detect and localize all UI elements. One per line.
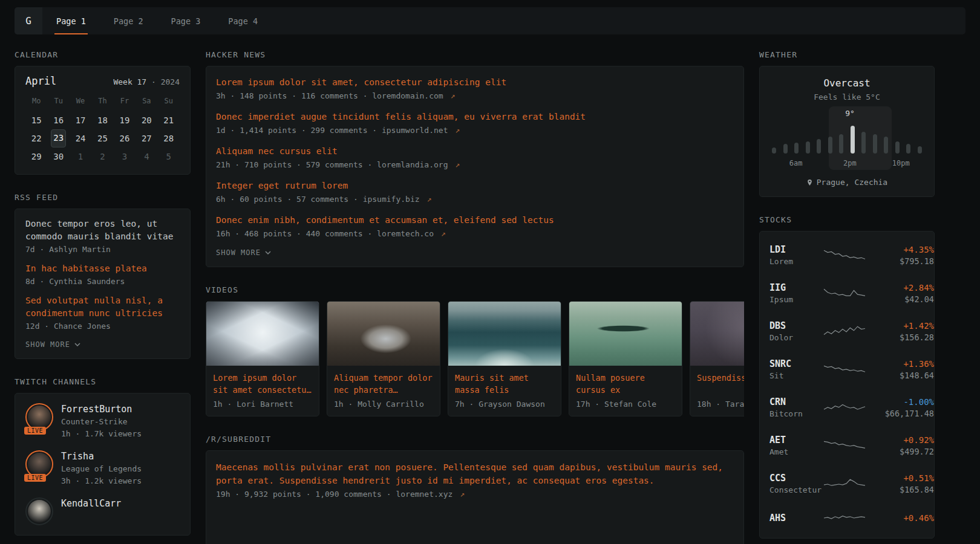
video-card[interactable]: Nullam posuere cursus ex 17h · Stefan Co… bbox=[569, 301, 682, 416]
stock-name: Amet bbox=[769, 446, 823, 458]
stock-price: $148.64 bbox=[866, 370, 934, 381]
video-title[interactable]: Nullam posuere cursus ex bbox=[576, 372, 675, 396]
page-tab[interactable]: Page 1 bbox=[42, 7, 100, 34]
stock-row[interactable]: DBS Dolor +1.42% $156.28 bbox=[769, 312, 924, 351]
calendar-year: 2024 bbox=[161, 77, 180, 86]
stock-row[interactable]: CRN Bitcorn -1.00% $66,171.48 bbox=[769, 389, 924, 427]
stock-change-percent: +4.35% bbox=[866, 244, 934, 256]
calendar-weekday-label: Tu bbox=[47, 93, 69, 111]
twitch-channel-row[interactable]: LIVE KendallCarr bbox=[25, 497, 180, 525]
page-tab[interactable]: Page 2 bbox=[100, 7, 157, 34]
hacker-news-item-title[interactable]: Lorem ipsum dolor sit amet, consectetur … bbox=[216, 76, 734, 89]
stocks-widget: LDI Lorem +4.35% $795.18 bbox=[759, 231, 935, 539]
rss-item-title[interactable]: Sed volutpat nulla nisl, a condimentum n… bbox=[25, 294, 180, 320]
stock-row[interactable]: IIG Ipsum +2.84% $42.04 bbox=[769, 274, 924, 312]
hacker-news-item: Donec enim nibh, condimentum et accumsan… bbox=[216, 214, 734, 238]
calendar-weekday-label: Fr bbox=[114, 93, 136, 111]
external-link-icon[interactable]: ↗ bbox=[460, 490, 465, 499]
hacker-news-show-more-button[interactable]: SHOW MORE bbox=[216, 248, 734, 257]
avatar-live-ring bbox=[25, 497, 53, 525]
page-tab[interactable]: Page 3 bbox=[157, 7, 215, 34]
weather-hour-bar bbox=[772, 147, 776, 154]
video-card[interactable]: Aliquam tempor dolor nec pharetra… 1h · … bbox=[327, 301, 440, 416]
calendar-day-cell: 24 bbox=[70, 129, 91, 147]
external-link-icon[interactable]: ↗ bbox=[426, 195, 431, 204]
video-title[interactable]: Mauris sit amet massa felis bbox=[455, 372, 554, 396]
weather-location: Prague, Czechia bbox=[771, 178, 923, 187]
external-link-icon[interactable]: ↗ bbox=[455, 160, 460, 169]
rss-section: RSS FEED Donec tempor eros leo, ut commo… bbox=[15, 193, 191, 359]
stock-id: DBS Dolor bbox=[769, 320, 823, 343]
twitch-channel-name: KendallCarr bbox=[61, 497, 121, 510]
weather-hour-bar bbox=[873, 134, 877, 154]
hacker-news-item-title[interactable]: Donec imperdiet augue tincidunt felis al… bbox=[216, 111, 734, 123]
hacker-news-item-meta-text: 6h · 60 points · 57 comments · ipsumify.… bbox=[216, 195, 420, 204]
external-link-icon[interactable]: ↗ bbox=[451, 91, 456, 100]
calendar-day-cell: 30 bbox=[47, 147, 69, 166]
stock-row[interactable]: LDI Lorem +4.35% $795.18 bbox=[769, 236, 924, 274]
video-thumbnail[interactable] bbox=[569, 302, 682, 366]
video-title[interactable]: Aliquam tempor dolor nec pharetra… bbox=[334, 372, 433, 396]
twitch-channel-row[interactable]: LIVE ForrestBurton Counter-Strike 1h · 1… bbox=[25, 403, 180, 440]
video-thumbnail[interactable] bbox=[206, 302, 319, 366]
rss-item-title[interactable]: In hac habitasse platea bbox=[25, 262, 180, 275]
stock-id: IIG Ipsum bbox=[769, 282, 823, 305]
video-card[interactable]: Suspendisse diam 18h · Tara bbox=[690, 301, 744, 416]
hacker-news-item-title[interactable]: Integer eget rutrum lorem bbox=[216, 180, 734, 192]
stock-symbol: DBS bbox=[769, 320, 823, 332]
external-link-icon[interactable]: ↗ bbox=[455, 126, 460, 135]
calendar-day-cell: 15 bbox=[25, 111, 47, 129]
stock-id: SNRC Sit bbox=[769, 358, 823, 381]
twitch-section: TWITCH CHANNELS LIVE ForrestBurton bbox=[15, 377, 191, 536]
twitch-channel-row[interactable]: LIVE Trisha League of Legends 3h · 1.2k … bbox=[25, 450, 180, 487]
rss-show-more-button[interactable]: SHOW MORE bbox=[25, 340, 180, 349]
chevron-down-icon bbox=[265, 251, 271, 254]
weather-hourly-chart: 9° bbox=[772, 123, 922, 170]
hacker-news-item-meta-text: 1d · 1,414 points · 299 comments · ipsum… bbox=[216, 126, 448, 135]
twitch-channel-info: Trisha League of Legends 3h · 1.2k viewe… bbox=[61, 450, 142, 487]
calendar-day-cell: 29 bbox=[25, 147, 47, 166]
twitch-channel-name: Trisha bbox=[61, 450, 142, 463]
stock-row[interactable]: AHS +0.46% bbox=[769, 503, 924, 533]
app-logo-letter: G bbox=[25, 15, 31, 27]
hacker-news-section-label: HACKER NEWS bbox=[206, 50, 744, 59]
live-badge: LIVE bbox=[24, 427, 46, 435]
stock-change-percent: +0.51% bbox=[866, 472, 934, 484]
stock-row[interactable]: SNRC Sit +1.36% $148.64 bbox=[769, 351, 924, 389]
stocks-section-label: STOCKS bbox=[759, 215, 935, 224]
video-title[interactable]: Lorem ipsum dolor sit amet consectetu… bbox=[213, 372, 312, 396]
video-title[interactable]: Suspendisse diam bbox=[697, 372, 744, 396]
hacker-news-item-title[interactable]: Aliquam nec cursus elit bbox=[216, 145, 734, 158]
video-card-body: Suspendisse diam 18h · Tara bbox=[690, 366, 744, 416]
calendar-day-cell: 16 bbox=[47, 111, 69, 129]
stock-values: +1.42% $156.28 bbox=[866, 320, 934, 343]
stock-row[interactable]: AET Amet +0.92% $499.72 bbox=[769, 427, 924, 465]
rss-item: In hac habitasse platea 8d · Cynthia Sau… bbox=[25, 262, 180, 286]
stock-name: Sit bbox=[769, 370, 823, 381]
video-thumbnail[interactable] bbox=[448, 302, 561, 366]
stock-row[interactable]: CCS Consectetur +0.51% $165.84 bbox=[769, 465, 924, 503]
video-thumbnail[interactable] bbox=[327, 302, 440, 366]
rss-item-title[interactable]: Donec tempor eros leo, ut commodo mauris… bbox=[25, 218, 180, 243]
weather-hour-bar bbox=[806, 141, 810, 154]
weather-section-label: WEATHER bbox=[759, 50, 935, 59]
twitch-widget: LIVE ForrestBurton Counter-Strike 1h · 1… bbox=[15, 393, 191, 536]
twitch-channel-name: ForrestBurton bbox=[61, 403, 142, 416]
video-card[interactable]: Mauris sit amet massa felis 7h · Grayson… bbox=[448, 301, 561, 416]
rss-show-more-label: SHOW MORE bbox=[25, 340, 70, 349]
video-thumbnail[interactable] bbox=[690, 302, 744, 366]
stock-sparkline-wrap bbox=[823, 438, 866, 454]
avatar bbox=[28, 500, 51, 523]
rss-item-meta: 12d · Chance Jones bbox=[25, 322, 180, 331]
reddit-post-title[interactable]: Maecenas mollis pulvinar erat non posuer… bbox=[216, 461, 734, 487]
stock-symbol: IIG bbox=[769, 282, 823, 294]
weather-time-label: 10pm bbox=[892, 159, 910, 167]
video-card[interactable]: Lorem ipsum dolor sit amet consectetu… 1… bbox=[206, 301, 319, 416]
page-tab[interactable]: Page 4 bbox=[214, 7, 272, 34]
hacker-news-section: HACKER NEWS Lorem ipsum dolor sit amet, … bbox=[206, 50, 744, 267]
hacker-news-item-meta: 21h · 710 points · 579 comments · loreml… bbox=[216, 160, 734, 169]
rss-section-label: RSS FEED bbox=[15, 193, 191, 202]
external-link-icon[interactable]: ↗ bbox=[441, 229, 446, 238]
live-badge: LIVE bbox=[24, 474, 46, 482]
hacker-news-item-title[interactable]: Donec enim nibh, condimentum et accumsan… bbox=[216, 214, 734, 227]
